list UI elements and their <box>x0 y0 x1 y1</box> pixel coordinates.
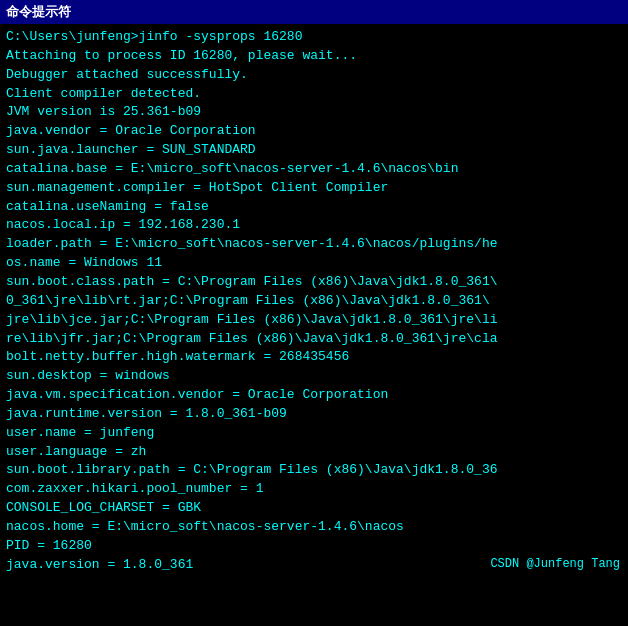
terminal-line: sun.boot.class.path = C:\Program Files (… <box>6 273 622 292</box>
terminal-line: loader.path = E:\micro_soft\nacos-server… <box>6 235 622 254</box>
terminal-line: java.vm.specification.vendor = Oracle Co… <box>6 386 622 405</box>
terminal-line: Attaching to process ID 16280, please wa… <box>6 47 622 66</box>
terminal-line: java.vendor = Oracle Corporation <box>6 122 622 141</box>
terminal-line: JVM version is 25.361-b09 <box>6 103 622 122</box>
terminal-content[interactable]: C:\Users\junfeng>jinfo -sysprops 16280At… <box>0 24 628 626</box>
terminal-line: java.runtime.version = 1.8.0_361-b09 <box>6 405 622 424</box>
watermark-text: CSDN @Junfeng Tang <box>490 556 622 573</box>
terminal-line: Debugger attached successfully. <box>6 66 622 85</box>
terminal-line: user.language = zh <box>6 443 622 462</box>
terminal-line: sun.desktop = windows <box>6 367 622 386</box>
terminal-line: sun.java.launcher = SUN_STANDARD <box>6 141 622 160</box>
terminal-line: catalina.base = E:\micro_soft\nacos-serv… <box>6 160 622 179</box>
terminal-line: bolt.netty.buffer.high.watermark = 26843… <box>6 348 622 367</box>
terminal-line: sun.boot.library.path = C:\Program Files… <box>6 461 622 480</box>
terminal-window: 命令提示符 C:\Users\junfeng>jinfo -sysprops 1… <box>0 0 628 626</box>
terminal-line: os.name = Windows 11 <box>6 254 622 273</box>
terminal-line: jre\lib\jce.jar;C:\Program Files (x86)\J… <box>6 311 622 330</box>
terminal-line: java.version = 1.8.0_361CSDN @Junfeng Ta… <box>6 556 622 575</box>
terminal-line: sun.management.compiler = HotSpot Client… <box>6 179 622 198</box>
terminal-line: re\lib\jfr.jar;C:\Program Files (x86)\Ja… <box>6 330 622 349</box>
terminal-line: PID = 16280 <box>6 537 622 556</box>
terminal-line: C:\Users\junfeng>jinfo -sysprops 16280 <box>6 28 622 47</box>
terminal-line: com.zaxxer.hikari.pool_number = 1 <box>6 480 622 499</box>
title-bar: 命令提示符 <box>0 0 628 24</box>
terminal-line: user.name = junfeng <box>6 424 622 443</box>
terminal-line: CONSOLE_LOG_CHARSET = GBK <box>6 499 622 518</box>
title-bar-label: 命令提示符 <box>6 3 71 21</box>
terminal-line: 0_361\jre\lib\rt.jar;C:\Program Files (x… <box>6 292 622 311</box>
terminal-line: nacos.local.ip = 192.168.230.1 <box>6 216 622 235</box>
terminal-line: nacos.home = E:\micro_soft\nacos-server-… <box>6 518 622 537</box>
terminal-line: catalina.useNaming = false <box>6 198 622 217</box>
terminal-line: Client compiler detected. <box>6 85 622 104</box>
